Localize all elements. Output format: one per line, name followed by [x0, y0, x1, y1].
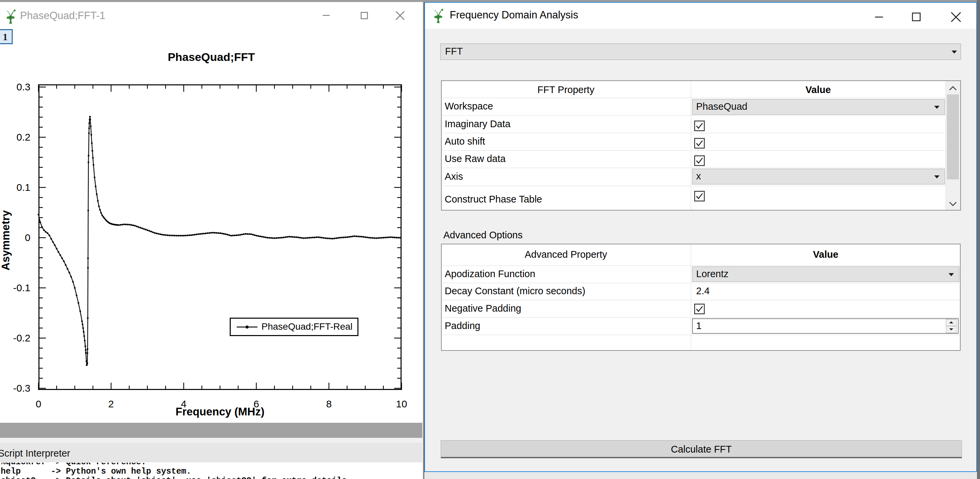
svg-text:0: 0	[25, 232, 30, 243]
svg-text:2: 2	[108, 398, 114, 409]
svg-text:PhaseQuad;FFT-Real: PhaseQuad;FFT-Real	[261, 321, 352, 332]
svg-text:Asymmetry: Asymmetry	[0, 210, 12, 270]
svg-text:-0.2: -0.2	[13, 332, 30, 343]
svg-text:Frequency (MHz): Frequency (MHz)	[175, 406, 264, 418]
svg-text:-0.1: -0.1	[13, 282, 30, 293]
svg-text:0.3: 0.3	[16, 81, 30, 93]
svg-text:10: 10	[396, 398, 407, 409]
svg-text:0: 0	[36, 398, 41, 409]
svg-text:8: 8	[326, 398, 332, 409]
svg-text:-0.3: -0.3	[13, 383, 30, 394]
svg-text:PhaseQuad;FFT: PhaseQuad;FFT	[168, 51, 255, 63]
svg-text:0.1: 0.1	[16, 182, 30, 193]
svg-text:0.2: 0.2	[16, 131, 30, 142]
